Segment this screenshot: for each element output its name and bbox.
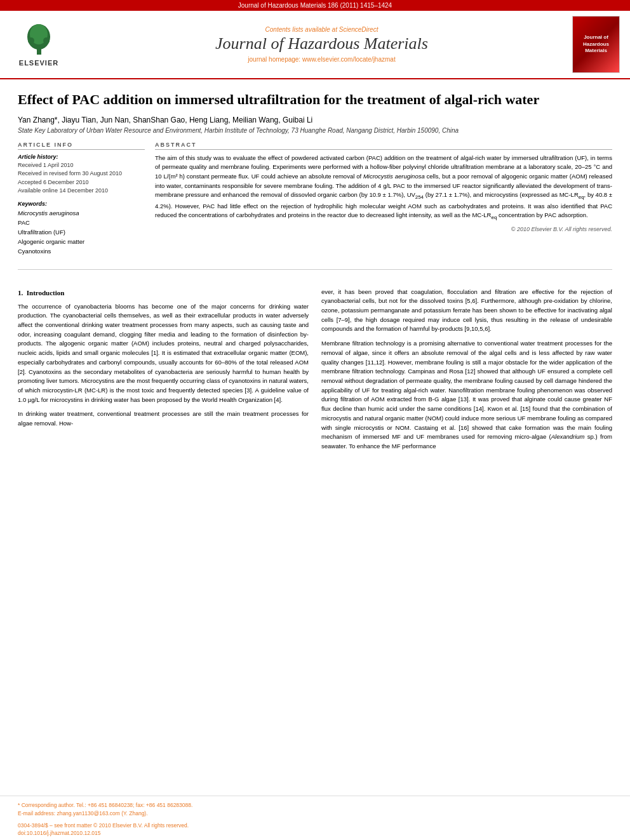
article-info-label: ARTICLE INFO	[18, 142, 145, 150]
journal-reference-bar: Journal of Hazardous Materials 186 (2011…	[0, 0, 630, 11]
article-info-abstract-row: ARTICLE INFO Article history: Received 1…	[18, 142, 612, 262]
body-left-column: 1. Introduction The occurrence of cyanob…	[18, 288, 309, 457]
intro-para-1: The occurrence of cyanobacteria blooms h…	[18, 302, 309, 405]
doi-line: doi:10.1016/j.jhazmat.2010.12.015	[18, 829, 612, 837]
available-date: Available online 14 December 2010	[18, 187, 145, 196]
journal-header: ELSEVIER Contents lists available at Sci…	[0, 11, 630, 79]
homepage-url[interactable]: www.elsevier.com/locate/jhazmat	[302, 56, 396, 63]
footer: * Corresponding author. Tel.: +86 451 86…	[0, 796, 630, 840]
body-columns: 1. Introduction The occurrence of cyanob…	[0, 288, 630, 457]
keyword-3: Ultrafiltration (UF)	[18, 227, 145, 237]
journal-cover-image: Journal of Hazardous Materials	[572, 16, 620, 73]
right-para-2: Membrane filtration technology is a prom…	[321, 339, 612, 451]
abstract-column: ABSTRACT The aim of this study was to ev…	[155, 142, 612, 262]
svg-point-4	[28, 37, 34, 44]
footnote-1: * Corresponding author. Tel.: +86 451 86…	[18, 801, 612, 810]
divider-1	[18, 269, 612, 270]
keyword-4: Algogenic organic matter	[18, 237, 145, 246]
keyword-5: Cyanotoxins	[18, 246, 145, 256]
footnote-3: 0304-3894/$ – see front matter © 2010 El…	[18, 822, 612, 830]
abstract-text: The aim of this study was to evaluate th…	[155, 154, 612, 222]
introduction-heading: 1. Introduction	[18, 288, 309, 298]
keywords-group: Keywords: Microcystis aeruginosa PAC Ult…	[18, 201, 145, 257]
article-info-column: ARTICLE INFO Article history: Received 1…	[18, 142, 145, 262]
sciencedirect-link-text[interactable]: ScienceDirect	[339, 26, 379, 33]
sciencedirect-line: Contents lists available at ScienceDirec…	[77, 26, 566, 33]
accepted-date: Accepted 6 December 2010	[18, 178, 145, 187]
journal-homepage-line: journal homepage: www.elsevier.com/locat…	[77, 56, 566, 63]
abstract-label: ABSTRACT	[155, 142, 612, 150]
journal-reference-text: Journal of Hazardous Materials 186 (2011…	[238, 2, 392, 9]
right-para-1: ever, it has been proved that coagulatio…	[321, 288, 612, 335]
elsevier-wordmark: ELSEVIER	[19, 59, 58, 67]
received-date: Received 1 April 2010	[18, 161, 145, 170]
elsevier-logo: ELSEVIER	[10, 23, 67, 67]
keywords-label: Keywords:	[18, 201, 145, 207]
article-affiliation: State Key Laboratory of Urban Water Reso…	[18, 127, 612, 134]
article-title: Effect of PAC addition on immersed ultra…	[18, 91, 612, 109]
elsevier-tree-icon	[22, 23, 57, 58]
article-content: Effect of PAC addition on immersed ultra…	[0, 79, 630, 288]
received-revised-date: Received in revised form 30 August 2010	[18, 170, 145, 178]
body-right-column: ever, it has been proved that coagulatio…	[321, 288, 612, 457]
history-group: Article history: Received 1 April 2010 R…	[18, 154, 145, 196]
keyword-2: PAC	[18, 218, 145, 227]
article-authors: Yan Zhang*, Jiayu Tian, Jun Nan, ShanSha…	[18, 116, 612, 124]
keyword-1: Microcystis aeruginosa	[18, 208, 145, 218]
intro-para-2: In drinking water treatment, conventiona…	[18, 410, 309, 428]
journal-title-area: Contents lists available at ScienceDirec…	[77, 26, 566, 63]
svg-point-5	[43, 37, 50, 44]
footnote-2: E-mail address: zhang.yan1130@163.com (Y…	[18, 810, 612, 818]
copyright-text: © 2010 Elsevier B.V. All rights reserved…	[155, 226, 612, 232]
journal-name-title: Journal of Hazardous Materials	[77, 34, 566, 53]
history-label: Article history:	[18, 154, 145, 160]
